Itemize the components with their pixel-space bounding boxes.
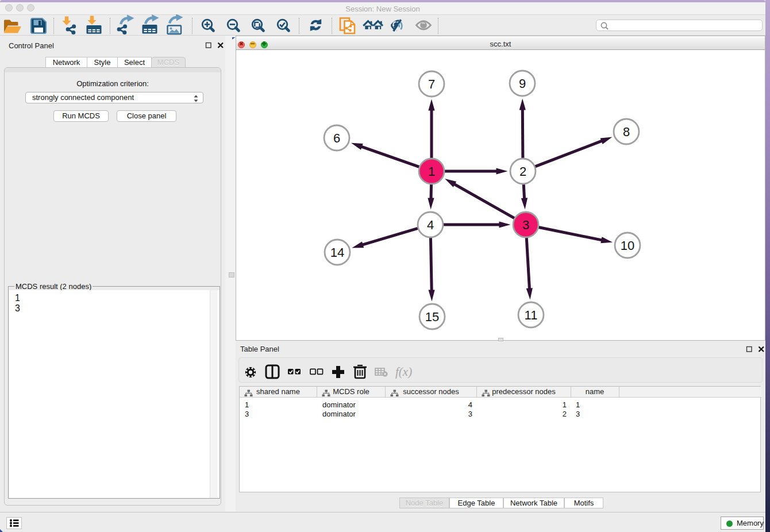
- svg-text:7: 7: [428, 77, 435, 91]
- svg-text:14: 14: [330, 245, 344, 260]
- svg-text:8: 8: [623, 125, 630, 139]
- svg-text:f(x): f(x): [395, 365, 412, 379]
- svg-text:10: 10: [621, 238, 634, 253]
- svg-text:15: 15: [425, 310, 439, 324]
- svg-text:11: 11: [525, 308, 538, 322]
- svg-text:1: 1: [428, 164, 435, 179]
- svg-text:2: 2: [519, 164, 526, 179]
- svg-text:3: 3: [522, 218, 529, 232]
- svg-text:4: 4: [427, 218, 434, 232]
- svg-text:9: 9: [519, 76, 526, 91]
- svg-text:6: 6: [333, 131, 340, 145]
